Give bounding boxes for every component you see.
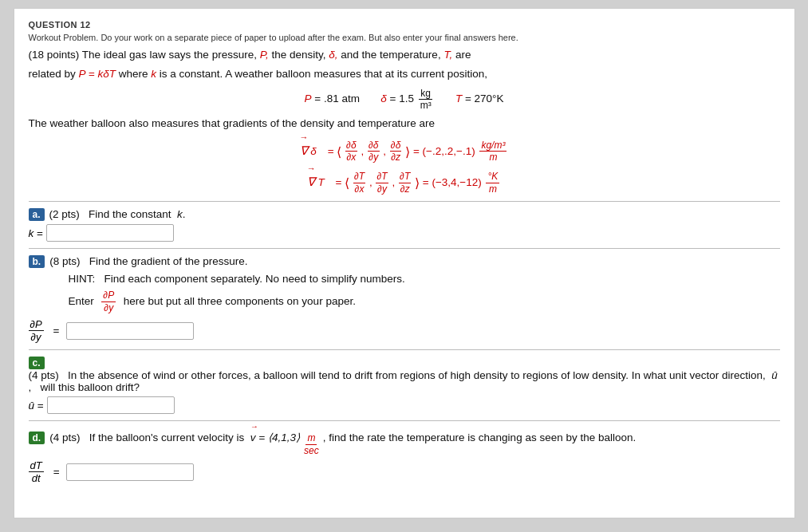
part-a-answer-row: k = — [29, 224, 780, 242]
part-b-answer-row: ∂P ∂y = — [29, 318, 780, 343]
constant-text: is a constant. A weather balloon measure… — [160, 68, 487, 80]
grad-T-eq: = — [335, 176, 345, 188]
are-text: are — [455, 49, 471, 61]
dT-dt-label: dT dt — [29, 459, 44, 484]
divider-4 — [29, 420, 780, 421]
delta-var: δ, — [329, 49, 337, 61]
dT-dy-frac: ∂T ∂y — [376, 171, 388, 195]
where-text: where — [119, 68, 152, 80]
u-hat-var: û — [771, 369, 778, 381]
enter-text: Enter — [69, 294, 101, 309]
ddelta-dz-frac: ∂δ ∂z — [390, 140, 402, 164]
kg-num: kg — [419, 88, 432, 100]
divider-3 — [29, 349, 780, 350]
delta-value: δ — [380, 93, 387, 104]
part-d-row: d. (4 pts) If the balloon's current velo… — [29, 428, 780, 456]
grad-delta-open: ⟨ — [337, 144, 341, 158]
grad-delta-values: = (−.2,.2,−.1) — [413, 145, 478, 157]
part-c-text: (4 pts) In the absence of wind or other … — [29, 369, 772, 381]
temp-text: and the temperature, — [341, 49, 440, 61]
grad-delta-line: → ∇ δ = ⟨ ∂δ ∂x , ∂δ ∂y , ∂δ ∂z ⟩ = (−.2… — [29, 139, 780, 164]
T-value: T — [455, 93, 462, 104]
grad-T-open: ⟨ — [345, 176, 349, 190]
P-equals: = .81 atm — [314, 93, 360, 104]
T-var: T, — [443, 49, 452, 61]
part-c-row: c. (4 pts) In the absence of wind or oth… — [29, 357, 780, 393]
dP-dy-input[interactable] — [66, 322, 194, 340]
part-c-answer-row: û = — [29, 396, 780, 414]
P-value: P — [305, 93, 312, 104]
part-b-row: b. (8 pts) Find the gradient of the pres… — [29, 255, 780, 268]
comma2: , — [383, 145, 389, 157]
part-a-row: a. (2 pts) Find the constant k . — [29, 208, 780, 221]
dP-dy-answer-label: ∂P ∂y — [29, 318, 44, 343]
grad-T-values: = (−3,4,−12) — [423, 176, 485, 188]
dT-dz-frac: ∂T ∂z — [399, 171, 411, 195]
grad-T-symbol: → ∇ T — [307, 170, 325, 189]
k-text: k — [151, 68, 156, 80]
grad-delta-symbol: → ∇ δ — [300, 139, 317, 158]
T-equals: = 270°K — [465, 93, 504, 104]
density-text: the density, — [271, 49, 325, 61]
m-sec-frac: m sec — [302, 432, 321, 456]
part-a-points: (2 pts) Find the constant — [49, 208, 178, 220]
kgm3-per-m: kg/m³ m — [479, 140, 506, 164]
grad-T-line: → ∇ T = ⟨ ∂T ∂x , ∂T ∂y , ∂T ∂z ⟩ = (−3,… — [29, 170, 780, 195]
dT-dx-frac: ∂T ∂x — [353, 171, 365, 195]
equals-sign-b: = — [53, 325, 60, 337]
dP-dy-display: ∂P ∂y — [101, 290, 116, 313]
u-hat-input[interactable] — [47, 396, 175, 414]
comma3: , — [369, 176, 376, 188]
m3-den: m³ — [419, 100, 433, 111]
part-a-k: k — [177, 208, 183, 220]
part-a-label: a. — [29, 208, 45, 221]
comma4: , — [392, 176, 398, 188]
grad-delta-eq: = — [328, 145, 337, 157]
hint1: HINT: Find each component separately. No… — [69, 271, 780, 287]
hint2b-text: here but put all three components on you… — [117, 294, 356, 309]
k-equals-label: k = — [29, 227, 43, 239]
part-d-text2: find the rate the temperature is changin… — [329, 432, 636, 443]
divider-2 — [29, 248, 780, 249]
ddelta-dy-frac: ∂δ ∂y — [368, 140, 380, 164]
velocity-vec: → v = ⟨4,1,3⟩ — [250, 428, 300, 443]
intro-text: (18 points) The ideal gas law says the p… — [29, 49, 257, 61]
equals-sign-d: = — [53, 466, 60, 478]
part-d-answer-row: dT dt = — [29, 459, 780, 484]
related-by-text: related by — [29, 68, 79, 80]
u-hat-label: û = — [29, 400, 44, 412]
ddelta-dx-frac: ∂δ ∂x — [345, 140, 357, 164]
degK-per-m: °K m — [486, 171, 499, 195]
instructions: Workout Problem. Do your work on a separ… — [29, 33, 780, 42]
values-line: P = .81 atm δ = 1.5 kg m³ T = 270°K — [29, 88, 780, 112]
P-var: P, — [260, 49, 269, 61]
problem-statement: (18 points) The ideal gas law says the p… — [29, 47, 780, 63]
gradient-intro: The weather balloon also measures that g… — [29, 116, 780, 132]
comma1: , — [361, 145, 367, 157]
part-c-label: c. — [29, 357, 45, 369]
part-d-text1: (4 pts) If the balloon's current velocit… — [49, 432, 250, 443]
part-c-text2: , will this balloon drift? — [29, 381, 140, 393]
equation-text: P = kδT — [79, 68, 116, 80]
hint2-row: Enter ∂P ∂y here but put all three compo… — [69, 290, 780, 313]
related-by-line: related by P = kδT where k is a constant… — [29, 66, 780, 82]
grad-T-close: ⟩ — [415, 176, 420, 190]
part-b-label: b. — [29, 255, 45, 268]
exam-page: QUESTION 12 Workout Problem. Do your wor… — [14, 8, 795, 518]
kg-m3-frac: kg m³ — [419, 88, 433, 112]
k-input[interactable] — [46, 224, 174, 242]
part-a-period: . — [183, 208, 186, 220]
divider-1 — [29, 201, 780, 202]
part-d-comma: , — [323, 432, 329, 443]
delta-equals: = 1.5 — [390, 93, 417, 104]
grad-delta-close: ⟩ — [405, 144, 410, 158]
dT-dt-input[interactable] — [66, 463, 194, 481]
question-label: QUESTION 12 — [29, 20, 780, 30]
part-d-label: d. — [29, 432, 45, 444]
part-b-text: (8 pts) Find the gradient of the pressur… — [49, 255, 247, 267]
